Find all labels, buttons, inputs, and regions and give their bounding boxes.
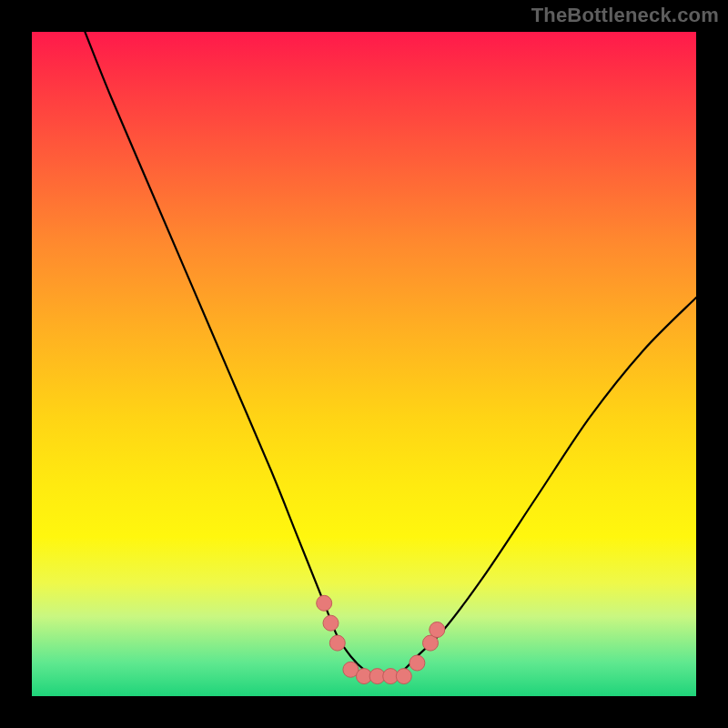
chart-svg [32,32,696,696]
curve-marker [317,595,332,611]
bottleneck-curve [85,32,696,677]
curve-marker [410,655,425,671]
curve-markers [317,595,445,683]
watermark-text: TheBottleneck.com [531,4,719,27]
curve-marker [430,622,445,638]
chart-plot-area [32,32,696,696]
curve-marker [323,615,339,631]
curve-marker [329,635,345,651]
chart-frame: TheBottleneck.com [0,0,728,728]
curve-marker [396,669,411,684]
